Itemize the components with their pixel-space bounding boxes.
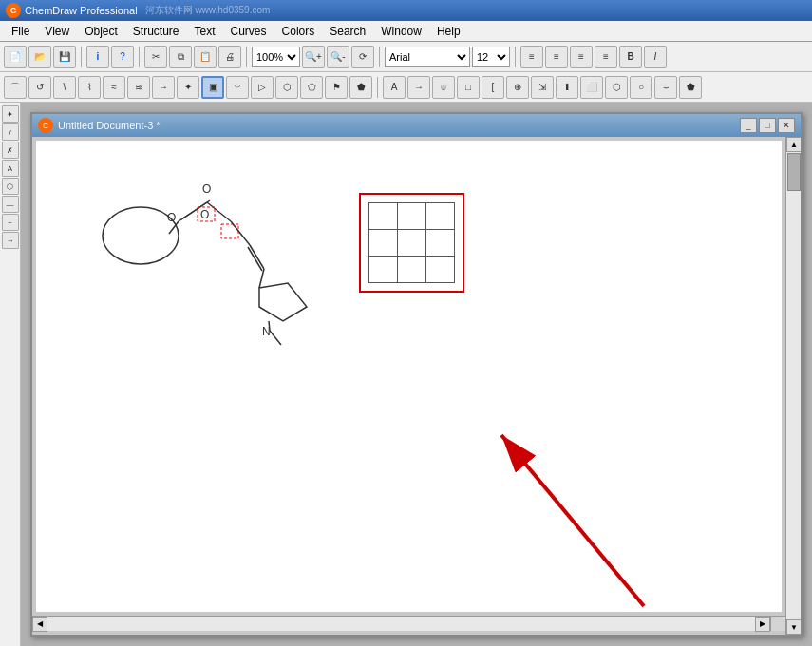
- curve-btn[interactable]: ⌣: [654, 76, 677, 99]
- menu-view[interactable]: View: [37, 23, 77, 40]
- align-right-btn[interactable]: ≡: [570, 46, 593, 68]
- table-cell: [426, 256, 455, 283]
- square-btn[interactable]: ⬜: [580, 76, 603, 99]
- menu-colors[interactable]: Colors: [274, 23, 323, 40]
- bond-lower-2: [250, 245, 264, 269]
- pentagon-btn[interactable]: ⬠: [300, 76, 323, 99]
- scroll-thumb-v[interactable]: [787, 153, 801, 191]
- zoom-select[interactable]: 100% 50% 75% 150% 200%: [252, 47, 300, 67]
- menu-search[interactable]: Search: [322, 23, 373, 40]
- oxygen-label-1: O: [167, 211, 176, 224]
- bond-pyr1: [259, 269, 264, 288]
- table-cell: [369, 256, 398, 283]
- triangle-btn[interactable]: ▷: [251, 76, 274, 99]
- arrow-btn[interactable]: →: [152, 76, 175, 99]
- tool-arrow[interactable]: →: [2, 232, 19, 249]
- horizontal-scrollbar-area: ◀ ▶: [32, 616, 785, 635]
- open-btn[interactable]: 📂: [28, 46, 51, 68]
- close-button[interactable]: ✕: [778, 118, 795, 133]
- hash-bond[interactable]: ≈: [103, 76, 125, 99]
- table-cell: [398, 230, 426, 256]
- paste-btn[interactable]: 📋: [194, 46, 217, 68]
- document-titlebar: C Untitled Document-3 * _ □ ✕: [32, 114, 801, 137]
- scrollbar-horizontal[interactable]: ◀ ▶: [32, 616, 770, 631]
- scrollbar-vertical[interactable]: ▲ ▼: [785, 137, 801, 635]
- scroll-right-button[interactable]: ▶: [755, 617, 770, 632]
- copy-btn[interactable]: ⧉: [169, 46, 192, 68]
- bond-lower: [231, 221, 250, 245]
- circle-tool[interactable]: ⊕: [506, 76, 529, 99]
- rotate-btn[interactable]: ⟳: [351, 46, 374, 68]
- info-btn[interactable]: i: [86, 46, 109, 68]
- tool-chain[interactable]: ~: [2, 214, 19, 231]
- menu-window[interactable]: Window: [373, 23, 429, 40]
- menu-text[interactable]: Text: [187, 23, 223, 40]
- menu-structure[interactable]: Structure: [125, 23, 187, 40]
- align-center-btn[interactable]: ≡: [545, 46, 568, 68]
- app-title: ChemDraw Professional: [25, 5, 138, 16]
- crosshair-btn[interactable]: ⌔: [226, 76, 249, 99]
- scroll-left-button[interactable]: ◀: [32, 617, 47, 632]
- sep3: [246, 47, 247, 67]
- scroll-track-v: [786, 152, 801, 619]
- doc-inner: O O O: [32, 137, 801, 635]
- hex2-btn[interactable]: ⬡: [605, 76, 628, 99]
- wavy-btn[interactable]: ✦: [177, 76, 199, 99]
- zoom-out-btn[interactable]: 🔍-: [327, 46, 349, 68]
- font-family[interactable]: Arial: [385, 47, 470, 67]
- menu-help[interactable]: Help: [429, 23, 468, 40]
- align-left-btn[interactable]: ≡: [520, 46, 543, 68]
- solid-bond[interactable]: ⌇: [78, 76, 101, 99]
- text-tool[interactable]: A: [383, 76, 406, 99]
- menu-curves[interactable]: Curves: [223, 23, 274, 40]
- justify-btn[interactable]: ≡: [595, 46, 617, 68]
- tool-erase[interactable]: ✗: [2, 142, 19, 159]
- rotate-tool[interactable]: ↺: [28, 76, 51, 99]
- title-bar: C ChemDraw Professional 河东软件网 www.hd0359…: [0, 0, 812, 21]
- diamond-btn[interactable]: ⬟: [349, 76, 372, 99]
- arrow-tool2[interactable]: →: [407, 76, 430, 99]
- toolbar-draw: ⌒ ↺ \ ⌇ ≈ ≋ → ✦ ▣ ⌔ ▷ ⬡ ⬠ ⚑ ⬟ A → ⍦ □ [ …: [0, 72, 812, 103]
- flag-btn[interactable]: ⚑: [325, 76, 348, 99]
- new-btn[interactable]: 📄: [4, 46, 27, 68]
- bracket-btn[interactable]: [: [482, 76, 504, 99]
- tool-select[interactable]: ✦: [2, 105, 19, 123]
- table-row: [369, 256, 455, 283]
- bond-tool[interactable]: ⍦: [432, 76, 455, 99]
- penta2-btn[interactable]: ⬟: [679, 76, 702, 99]
- lasso-btn[interactable]: ⌒: [4, 76, 27, 99]
- help-btn[interactable]: ?: [111, 46, 134, 68]
- watermark-title: 河东软件网 www.hd0359.com: [145, 4, 271, 17]
- menu-object[interactable]: Object: [77, 23, 125, 40]
- save-btn[interactable]: 💾: [53, 46, 76, 68]
- menu-file[interactable]: File: [4, 23, 37, 40]
- sep1: [81, 47, 82, 67]
- tool-ring[interactable]: ⬡: [2, 178, 19, 195]
- dashed-bond[interactable]: ≋: [127, 76, 150, 99]
- resize-btn[interactable]: ⇲: [531, 76, 554, 99]
- table-element[interactable]: [359, 193, 464, 293]
- molecule-svg: O O O: [46, 150, 349, 359]
- minimize-button[interactable]: _: [740, 118, 757, 133]
- document-canvas[interactable]: O O O: [36, 141, 782, 612]
- hexagon-btn[interactable]: ⬡: [275, 76, 298, 99]
- cut-btn[interactable]: ✂: [144, 46, 167, 68]
- rect-btn[interactable]: □: [457, 76, 480, 99]
- circle2-btn[interactable]: ○: [630, 76, 652, 99]
- maximize-button[interactable]: □: [759, 118, 776, 133]
- scroll-track-h: [47, 617, 755, 631]
- font-size[interactable]: 12: [472, 47, 510, 67]
- scroll-down-button[interactable]: ▼: [786, 619, 801, 635]
- tool-text[interactable]: A: [2, 160, 19, 177]
- italic-btn[interactable]: I: [644, 46, 667, 68]
- print-btn[interactable]: 🖨: [218, 46, 241, 68]
- table-cell: [398, 256, 426, 283]
- tool-bond[interactable]: —: [2, 196, 19, 213]
- bold-btn[interactable]: B: [619, 46, 642, 68]
- zoom-in-btn[interactable]: 🔍+: [302, 46, 325, 68]
- line-btn[interactable]: \: [53, 76, 76, 99]
- scroll-up-button[interactable]: ▲: [786, 137, 801, 152]
- table-btn[interactable]: ▣: [201, 76, 224, 99]
- up-arrow-btn[interactable]: ⬆: [556, 76, 578, 99]
- tool-draw[interactable]: /: [2, 124, 19, 141]
